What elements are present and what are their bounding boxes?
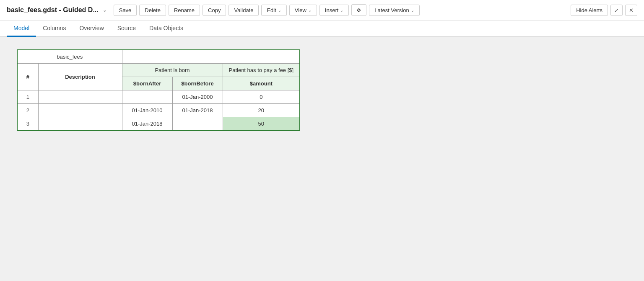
copy-button[interactable]: Copy	[203, 5, 226, 16]
col-amount-header: $amount	[223, 77, 300, 90]
table-row[interactable]: 301-Jan-201850	[17, 117, 300, 131]
table-name-cell: basic_fees	[17, 50, 122, 64]
action-group-header: Patient has to pay a fee [$]	[223, 64, 300, 77]
table-body: 101-Jan-20000201-Jan-201001-Jan-20182030…	[17, 90, 300, 131]
tab-model[interactable]: Model	[7, 21, 36, 37]
row-num-cell: 3	[17, 117, 38, 131]
table-header-group-row: # Description Patient is born Patient ha…	[17, 64, 300, 77]
tab-overview[interactable]: Overview	[73, 21, 110, 37]
col-description-header: Description	[38, 64, 122, 90]
row-description-cell[interactable]	[38, 104, 122, 117]
col-hash-header: #	[17, 64, 38, 90]
title-dropdown-icon[interactable]: ⌄	[103, 7, 107, 13]
tab-bar: Model Columns Overview Source Data Objec…	[0, 21, 644, 37]
row-description-cell[interactable]	[38, 117, 122, 131]
row-amount-cell[interactable]: 20	[223, 104, 300, 117]
view-button[interactable]: View ⌄	[289, 5, 317, 16]
tab-columns[interactable]: Columns	[36, 21, 73, 37]
row-born-before-cell[interactable]	[172, 117, 223, 131]
row-amount-cell[interactable]: 50	[223, 117, 300, 131]
decision-table: basic_fees # Description Patient is born…	[17, 49, 300, 131]
table-header-name-row: basic_fees	[17, 50, 300, 64]
row-born-before-cell[interactable]: 01-Jan-2018	[172, 104, 223, 117]
latest-version-button[interactable]: Latest Version ⌄	[369, 5, 419, 16]
main-content: basic_fees # Description Patient is born…	[0, 37, 644, 281]
condition-group-header: Patient is born	[122, 64, 223, 77]
close-button[interactable]: ✕	[625, 5, 637, 16]
document-title: basic_fees.gdst - Guided D...	[7, 6, 99, 14]
table-name-empty-cell	[122, 50, 300, 64]
expand-button[interactable]: ⤢	[610, 5, 623, 16]
col-born-after-header: $bornAfter	[122, 77, 172, 90]
row-born-before-cell[interactable]: 01-Jan-2000	[172, 90, 223, 104]
delete-button[interactable]: Delete	[139, 5, 166, 16]
row-num-cell: 1	[17, 90, 38, 104]
view-chevron-icon: ⌄	[308, 8, 312, 13]
table-row[interactable]: 101-Jan-20000	[17, 90, 300, 104]
crosshair-button[interactable]: ⭘	[351, 4, 366, 16]
app-container: basic_fees.gdst - Guided D... ⌄ Save Del…	[0, 0, 644, 281]
table-row[interactable]: 201-Jan-201001-Jan-201820	[17, 104, 300, 117]
rename-button[interactable]: Rename	[169, 5, 200, 16]
validate-button[interactable]: Validate	[229, 5, 259, 16]
latest-version-chevron-icon: ⌄	[411, 8, 414, 13]
edit-chevron-icon: ⌄	[278, 8, 281, 13]
save-button[interactable]: Save	[114, 5, 137, 16]
edit-button[interactable]: Edit ⌄	[261, 5, 286, 16]
row-born-after-cell[interactable]: 01-Jan-2010	[122, 104, 172, 117]
insert-button[interactable]: Insert ⌄	[319, 5, 349, 16]
insert-chevron-icon: ⌄	[340, 8, 343, 13]
toolbar: basic_fees.gdst - Guided D... ⌄ Save Del…	[0, 0, 644, 21]
hide-alerts-button[interactable]: Hide Alerts	[571, 5, 608, 16]
col-born-before-header: $bornBefore	[172, 77, 223, 90]
row-num-cell: 2	[17, 104, 38, 117]
row-born-after-cell[interactable]	[122, 90, 172, 104]
row-born-after-cell[interactable]: 01-Jan-2018	[122, 117, 172, 131]
tab-data-objects[interactable]: Data Objects	[143, 21, 190, 37]
row-description-cell[interactable]	[38, 90, 122, 104]
tab-source[interactable]: Source	[111, 21, 143, 37]
decision-table-wrapper: basic_fees # Description Patient is born…	[17, 49, 300, 131]
row-amount-cell[interactable]: 0	[223, 90, 300, 104]
